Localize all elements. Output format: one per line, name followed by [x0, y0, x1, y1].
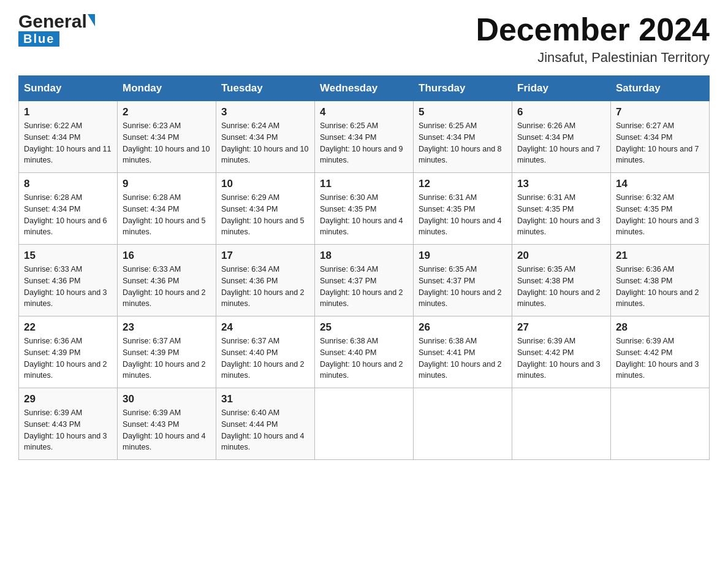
day-info: Sunrise: 6:25 AMSunset: 4:34 PMDaylight:… — [320, 120, 408, 166]
day-number: 21 — [616, 250, 704, 262]
calendar-week-row: 29 Sunrise: 6:39 AMSunset: 4:43 PMDaylig… — [19, 388, 710, 460]
logo-triangle-icon — [88, 14, 95, 26]
calendar-cell: 20 Sunrise: 6:35 AMSunset: 4:38 PMDaylig… — [512, 245, 611, 316]
calendar-cell: 14 Sunrise: 6:32 AMSunset: 4:35 PMDaylig… — [611, 173, 710, 245]
weekday-header-tuesday: Tuesday — [216, 76, 315, 101]
day-info: Sunrise: 6:33 AMSunset: 4:36 PMDaylight:… — [123, 264, 211, 310]
day-info: Sunrise: 6:22 AMSunset: 4:34 PMDaylight:… — [24, 120, 112, 166]
day-number: 7 — [616, 106, 704, 118]
day-number: 26 — [419, 321, 507, 334]
calendar-cell: 23 Sunrise: 6:37 AMSunset: 4:39 PMDaylig… — [118, 316, 216, 388]
day-number: 25 — [320, 321, 408, 334]
logo: General — [18, 12, 95, 31]
day-info: Sunrise: 6:30 AMSunset: 4:35 PMDaylight:… — [320, 192, 408, 238]
day-number: 20 — [517, 250, 605, 262]
day-info: Sunrise: 6:34 AMSunset: 4:36 PMDaylight:… — [221, 264, 309, 310]
calendar-week-row: 22 Sunrise: 6:36 AMSunset: 4:39 PMDaylig… — [19, 316, 710, 388]
day-number: 11 — [320, 178, 408, 190]
calendar-cell — [414, 388, 512, 460]
title-area: December 2024 Jinsafut, Palestinian Terr… — [476, 12, 710, 66]
weekday-header-friday: Friday — [512, 76, 611, 101]
logo-general-text: General — [18, 12, 87, 31]
calendar-cell: 6 Sunrise: 6:26 AMSunset: 4:34 PMDayligh… — [512, 101, 611, 173]
calendar-cell: 12 Sunrise: 6:31 AMSunset: 4:35 PMDaylig… — [414, 173, 512, 245]
day-info: Sunrise: 6:35 AMSunset: 4:37 PMDaylight:… — [419, 264, 507, 310]
weekday-header-sunday: Sunday — [19, 76, 118, 101]
day-info: Sunrise: 6:38 AMSunset: 4:41 PMDaylight:… — [419, 335, 507, 381]
calendar-cell: 18 Sunrise: 6:34 AMSunset: 4:37 PMDaylig… — [315, 245, 414, 316]
day-info: Sunrise: 6:38 AMSunset: 4:40 PMDaylight:… — [320, 335, 408, 381]
day-number: 19 — [419, 250, 507, 262]
calendar-cell: 17 Sunrise: 6:34 AMSunset: 4:36 PMDaylig… — [216, 245, 315, 316]
calendar-week-row: 8 Sunrise: 6:28 AMSunset: 4:34 PMDayligh… — [19, 173, 710, 245]
calendar-cell: 4 Sunrise: 6:25 AMSunset: 4:34 PMDayligh… — [315, 101, 414, 173]
day-number: 10 — [221, 178, 309, 190]
day-number: 3 — [221, 106, 309, 118]
day-info: Sunrise: 6:39 AMSunset: 4:42 PMDaylight:… — [616, 335, 704, 381]
day-info: Sunrise: 6:39 AMSunset: 4:42 PMDaylight:… — [517, 335, 605, 381]
day-number: 30 — [123, 393, 211, 405]
weekday-header-row: SundayMondayTuesdayWednesdayThursdayFrid… — [19, 76, 710, 101]
day-number: 29 — [24, 393, 112, 405]
day-info: Sunrise: 6:26 AMSunset: 4:34 PMDaylight:… — [517, 120, 605, 166]
day-info: Sunrise: 6:37 AMSunset: 4:40 PMDaylight:… — [221, 335, 309, 381]
calendar-week-row: 1 Sunrise: 6:22 AMSunset: 4:34 PMDayligh… — [19, 101, 710, 173]
calendar-cell — [611, 388, 710, 460]
page-header: General Blue December 2024 Jinsafut, Pal… — [18, 12, 710, 66]
calendar-cell: 24 Sunrise: 6:37 AMSunset: 4:40 PMDaylig… — [216, 316, 315, 388]
weekday-header-wednesday: Wednesday — [315, 76, 414, 101]
calendar-cell: 29 Sunrise: 6:39 AMSunset: 4:43 PMDaylig… — [19, 388, 118, 460]
calendar-cell: 11 Sunrise: 6:30 AMSunset: 4:35 PMDaylig… — [315, 173, 414, 245]
calendar-cell: 19 Sunrise: 6:35 AMSunset: 4:37 PMDaylig… — [414, 245, 512, 316]
logo-area: General Blue — [18, 12, 95, 47]
calendar-cell: 30 Sunrise: 6:39 AMSunset: 4:43 PMDaylig… — [118, 388, 216, 460]
day-number: 18 — [320, 250, 408, 262]
day-number: 6 — [517, 106, 605, 118]
day-number: 1 — [24, 106, 112, 118]
calendar-cell: 25 Sunrise: 6:38 AMSunset: 4:40 PMDaylig… — [315, 316, 414, 388]
day-number: 13 — [517, 178, 605, 190]
day-number: 31 — [221, 393, 309, 405]
day-info: Sunrise: 6:39 AMSunset: 4:43 PMDaylight:… — [123, 407, 211, 453]
day-info: Sunrise: 6:28 AMSunset: 4:34 PMDaylight:… — [24, 192, 112, 238]
day-number: 2 — [123, 106, 211, 118]
day-number: 27 — [517, 321, 605, 334]
month-title: December 2024 — [476, 12, 710, 47]
calendar-cell: 13 Sunrise: 6:31 AMSunset: 4:35 PMDaylig… — [512, 173, 611, 245]
day-number: 4 — [320, 106, 408, 118]
day-number: 17 — [221, 250, 309, 262]
day-info: Sunrise: 6:33 AMSunset: 4:36 PMDaylight:… — [24, 264, 112, 310]
day-info: Sunrise: 6:40 AMSunset: 4:44 PMDaylight:… — [221, 407, 309, 453]
calendar-table: SundayMondayTuesdayWednesdayThursdayFrid… — [18, 75, 710, 460]
weekday-header-thursday: Thursday — [414, 76, 512, 101]
day-info: Sunrise: 6:28 AMSunset: 4:34 PMDaylight:… — [123, 192, 211, 238]
day-number: 23 — [123, 321, 211, 334]
location-subtitle: Jinsafut, Palestinian Territory — [476, 50, 710, 66]
calendar-cell: 7 Sunrise: 6:27 AMSunset: 4:34 PMDayligh… — [611, 101, 710, 173]
day-number: 15 — [24, 250, 112, 262]
weekday-header-monday: Monday — [118, 76, 216, 101]
day-number: 24 — [221, 321, 309, 334]
day-number: 8 — [24, 178, 112, 190]
weekday-header-saturday: Saturday — [611, 76, 710, 101]
calendar-cell: 31 Sunrise: 6:40 AMSunset: 4:44 PMDaylig… — [216, 388, 315, 460]
calendar-cell: 28 Sunrise: 6:39 AMSunset: 4:42 PMDaylig… — [611, 316, 710, 388]
day-info: Sunrise: 6:36 AMSunset: 4:39 PMDaylight:… — [24, 335, 112, 381]
calendar-cell: 9 Sunrise: 6:28 AMSunset: 4:34 PMDayligh… — [118, 173, 216, 245]
calendar-cell: 27 Sunrise: 6:39 AMSunset: 4:42 PMDaylig… — [512, 316, 611, 388]
calendar-week-row: 15 Sunrise: 6:33 AMSunset: 4:36 PMDaylig… — [19, 245, 710, 316]
calendar-cell — [315, 388, 414, 460]
day-number: 28 — [616, 321, 704, 334]
calendar-cell: 26 Sunrise: 6:38 AMSunset: 4:41 PMDaylig… — [414, 316, 512, 388]
calendar-cell: 5 Sunrise: 6:25 AMSunset: 4:34 PMDayligh… — [414, 101, 512, 173]
day-number: 22 — [24, 321, 112, 334]
day-number: 9 — [123, 178, 211, 190]
day-info: Sunrise: 6:39 AMSunset: 4:43 PMDaylight:… — [24, 407, 112, 453]
calendar-cell: 15 Sunrise: 6:33 AMSunset: 4:36 PMDaylig… — [19, 245, 118, 316]
calendar-cell: 3 Sunrise: 6:24 AMSunset: 4:34 PMDayligh… — [216, 101, 315, 173]
day-info: Sunrise: 6:31 AMSunset: 4:35 PMDaylight:… — [517, 192, 605, 238]
day-info: Sunrise: 6:36 AMSunset: 4:38 PMDaylight:… — [616, 264, 704, 310]
day-number: 14 — [616, 178, 704, 190]
calendar-cell: 10 Sunrise: 6:29 AMSunset: 4:34 PMDaylig… — [216, 173, 315, 245]
calendar-cell: 8 Sunrise: 6:28 AMSunset: 4:34 PMDayligh… — [19, 173, 118, 245]
